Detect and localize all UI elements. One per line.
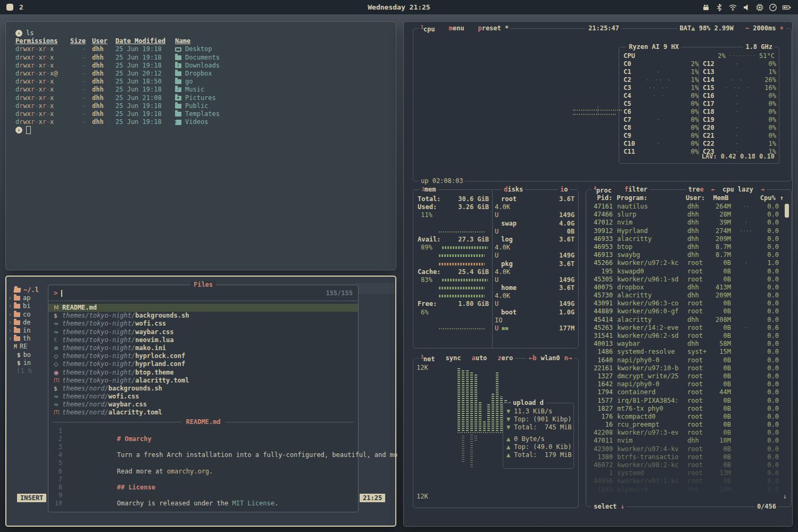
process-row[interactable]: 42208 kworker/u97:3-ev root 0B 0.0: [591, 429, 784, 437]
disks-label[interactable]: disks: [502, 186, 525, 194]
bluetooth-icon[interactable]: [715, 3, 724, 12]
file-picker[interactable]: Files > 155/155 M README.md $ themes/tok…: [48, 285, 359, 512]
process-row[interactable]: 46953 btop dhh 8.7M 0.0: [591, 243, 784, 251]
filter-button[interactable]: filter: [625, 186, 647, 194]
process-row[interactable]: 1327 dmcrypt_write/25 root 0B 0.0: [591, 372, 784, 380]
process-row[interactable]: 44889 kworker/u96:0-gf root 0B 0.0: [591, 307, 784, 315]
proc-box-label[interactable]: 4proc: [594, 185, 612, 195]
cpu-box-label[interactable]: 1cpu: [421, 23, 435, 34]
process-row[interactable]: 195 kswapd0 root 0B 0.0: [591, 268, 784, 276]
process-row[interactable]: 16 rcu_preempt root 0B 0.0: [591, 421, 784, 429]
process-row[interactable]: 45730 alacritty dhh 209M 0.0: [591, 292, 784, 300]
btop-window[interactable]: 1cpu menu preset * 21:25:47 BAT▲ 98% 2.9…: [403, 21, 793, 527]
process-row[interactable]: 176 kcompactd0 root 0B 0.0: [591, 413, 784, 421]
volume-icon[interactable]: [742, 3, 751, 12]
battery-icon[interactable]: [782, 3, 792, 12]
gauge-icon[interactable]: [769, 3, 777, 12]
next-interface-button[interactable]: n→: [564, 354, 572, 362]
zero-toggle[interactable]: zero: [497, 354, 513, 362]
process-row[interactable]: 47161 nautilus dhh 264M ·· 0.0: [591, 203, 784, 211]
process-row[interactable]: 47466 slurp dhh 28M 0.0: [591, 211, 784, 219]
sort-right-arrow[interactable]: →: [761, 186, 764, 194]
process-row[interactable]: 47011 nvim dhh 10M 0.0: [591, 437, 784, 445]
tree-item[interactable]: › in: [6, 327, 47, 335]
picker-result-row[interactable]: ◇ themes/tokyo-night/ hyprlock.conf: [48, 352, 358, 360]
process-row[interactable]: 1827 mt76-tx phy0 root 0B 0.0: [591, 405, 784, 413]
process-row[interactable]: 47012 nvim dhh 39M · 0.0: [591, 219, 784, 227]
tree-item[interactable]: ~/.l: [6, 286, 47, 294]
picker-result-row[interactable]: ≈ themes/tokyo-night/ waybar.css: [48, 328, 358, 336]
process-row[interactable]: 1845 pipewire dhh 10M 0.0: [591, 486, 784, 494]
process-row[interactable]: 1640 napi/phy0-0 root 0B 0.0: [591, 356, 784, 364]
picker-result-row[interactable]: [T] themes/nord/ alacritty.toml: [48, 409, 358, 417]
tree-item[interactable]: › co: [6, 311, 47, 319]
process-row[interactable]: 42309 kworker/u97:4-kv root 0B 0.0: [591, 445, 784, 453]
picker-result-row[interactable]: $ themes/tokyo-night/ backgrounds.sh: [48, 312, 358, 320]
process-row[interactable]: 45414 alacritty dhh 208M 0.0: [591, 316, 784, 324]
prev-interface-button[interactable]: ←b: [529, 354, 536, 362]
sync-toggle[interactable]: sync: [446, 354, 461, 362]
picker-result-row[interactable]: M README.md: [48, 304, 358, 312]
terminal-window[interactable]: ls Permissions Size User Date Modified N…: [5, 21, 396, 270]
process-row[interactable]: 44956 kworker/u97:1-kc root 0B 0.0: [591, 477, 784, 485]
wifi-icon[interactable]: [728, 3, 737, 12]
process-row[interactable]: 45263 kworker/14:2-eve root 0B · 0.6: [591, 324, 784, 332]
picker-result-row[interactable]: [T] themes/tokyo-night/ alacritty.toml: [48, 377, 358, 385]
process-row[interactable]: 45266 kworker/u97:2-kc root 0B · 1.0: [591, 259, 784, 267]
process-row[interactable]: 22161 kworker/u97:10-b root 0B 0.0: [591, 364, 784, 372]
proc-scrollbar-thumb[interactable]: [785, 204, 789, 218]
package-icon[interactable]: [702, 3, 710, 12]
picker-result-row[interactable]: ☾ themes/tokyo-night/ neovim.lua: [48, 336, 358, 344]
process-row[interactable]: 1486 systemd-resolve syst+ 15M 0.0: [591, 348, 784, 356]
picker-result-row[interactable]: ◇ themes/tokyo-night/ hyprland.conf: [48, 360, 358, 368]
sort-direction-icon[interactable]: ↑: [780, 194, 784, 202]
tree-toggle[interactable]: tree: [688, 186, 704, 194]
process-row[interactable]: 1794 containerd root 44M 0.0: [591, 388, 784, 396]
line-number: 8: [48, 484, 62, 492]
neovim-window[interactable]: ~/.l › ap › bi › co › de: [5, 276, 396, 527]
preset-button[interactable]: preset *: [478, 24, 509, 32]
process-row[interactable]: 46913 swaybg dhh 8.7M 0.0: [591, 251, 784, 259]
process-row[interactable]: 40013 waybar dhh 58M 0.0: [591, 340, 784, 348]
io-toggle[interactable]: io: [558, 186, 570, 194]
menu-button[interactable]: menu: [449, 24, 464, 32]
tree-item[interactable]: › bi: [6, 302, 47, 310]
process-row[interactable]: 1380 btrfs-transactio root 0B 0.0: [591, 453, 784, 461]
process-row[interactable]: 40075 dropbox dhh 413M 0.0: [591, 284, 784, 292]
select-button[interactable]: select ↓: [592, 503, 627, 511]
process-row[interactable]: 46072 kworker/u98:2-kc root 0B 0.0: [591, 461, 784, 469]
tree-item[interactable]: (1 h: [6, 367, 47, 375]
tree-item-label: co: [23, 311, 30, 319]
tree-item[interactable]: M RE: [6, 343, 47, 351]
refresh-interval-control[interactable]: − 2000ms +: [745, 24, 784, 32]
sort-column[interactable]: cpu lazy: [722, 186, 753, 194]
mem-box-label[interactable]: 2mem: [420, 186, 438, 194]
picker-result-row[interactable]: $ themes/nord/ backgrounds.sh: [48, 385, 358, 393]
picker-result-row[interactable]: ≈ themes/nord/ wofi.css: [48, 393, 358, 401]
process-row[interactable]: 1 systemd root 13M 0.0: [591, 469, 784, 477]
process-row[interactable]: 1642 napi/phy0-0 root 0B 0.0: [591, 380, 784, 388]
tree-item[interactable]: › ap: [6, 294, 47, 302]
process-row[interactable]: 45305 kworker/u96:1-sd root 0B 0.0: [591, 276, 784, 284]
cpu-chip-icon[interactable]: [755, 3, 764, 12]
process-row[interactable]: 43091 kworker/u96:3-co root 0B 0.0: [591, 300, 784, 307]
picker-result-row[interactable]: ≈ themes/tokyo-night/ wofi.css: [48, 320, 358, 328]
scroll-down-icon[interactable]: ↓: [783, 493, 787, 500]
picker-result-row[interactable]: ◉ themes/tokyo-night/ btop.theme: [48, 369, 358, 377]
tree-item[interactable]: › th: [6, 335, 47, 343]
process-row[interactable]: 1577 irq/81-PIXA3854: root 0B 0.0: [591, 397, 784, 405]
tree-item[interactable]: $ bo: [6, 351, 47, 359]
tree-item[interactable]: $ in: [6, 359, 47, 367]
auto-toggle[interactable]: auto: [471, 354, 487, 362]
process-row[interactable]: 39912 Hyprland dhh 274M ···· 0.0: [591, 227, 784, 235]
workspace-number[interactable]: 2: [19, 3, 23, 11]
prompt-line-empty[interactable]: [15, 126, 396, 134]
picker-result-row[interactable]: ≡ themes/tokyo-night/ mako.ini: [48, 344, 358, 352]
sort-left-arrow[interactable]: ←: [711, 186, 715, 194]
workspace-badge-icon[interactable]: [6, 4, 13, 11]
picker-result-row[interactable]: ≈ themes/nord/ waybar.css: [48, 401, 358, 409]
process-row[interactable]: 46933 alacritty dhh 209M 0.0: [591, 235, 784, 243]
net-box-label[interactable]: 3net: [421, 353, 435, 363]
tree-item[interactable]: › de: [6, 319, 47, 327]
process-row[interactable]: 31541 kworker/u96:2-sd root 0B 0.0: [591, 332, 784, 340]
